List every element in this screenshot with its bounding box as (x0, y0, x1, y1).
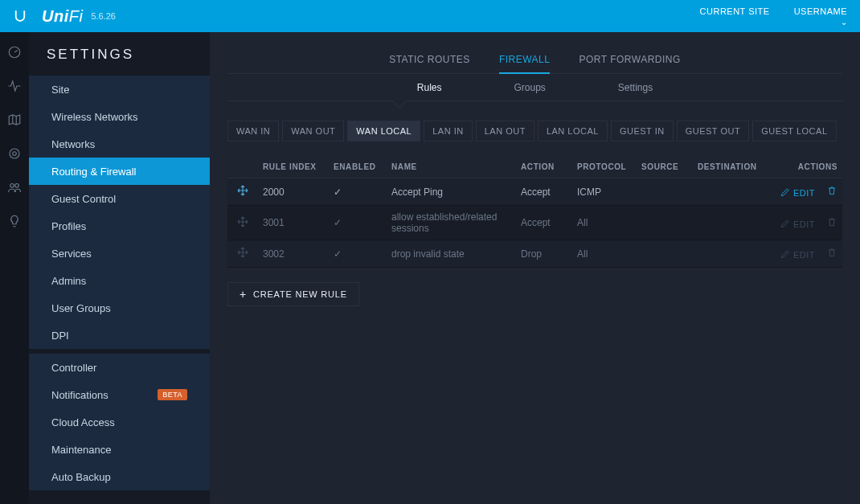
tab-firewall[interactable]: FIREWALL (499, 47, 551, 74)
sidebar-item-label: DPI (51, 330, 69, 342)
username-menu[interactable]: USERNAME ⌄ (794, 6, 847, 27)
page-title: SETTINGS (29, 47, 210, 76)
clients-icon[interactable] (7, 180, 22, 195)
chip-lan-in[interactable]: LAN IN (424, 121, 472, 141)
cell-name: Accept Ping (387, 178, 516, 206)
insights-icon[interactable] (7, 214, 22, 228)
svg-point-4 (15, 184, 19, 188)
drag-handle-icon[interactable] (227, 178, 258, 206)
edit-button: EDIT (780, 219, 815, 229)
sidebar-item-cloud-access[interactable]: Cloud Access (29, 408, 210, 436)
table-row: 3002✓drop invalid stateDropAllEDIT (227, 240, 842, 268)
chip-guest-local[interactable]: GUEST LOCAL (752, 121, 836, 141)
sidebar-item-label: Site (51, 84, 69, 96)
sidebar-item-label: Routing & Firewall (51, 166, 137, 178)
col-action[interactable]: ACTION (516, 156, 572, 178)
delete-button[interactable] (826, 187, 837, 199)
sidebar-item-services[interactable]: Services (29, 240, 210, 267)
cell-action: Drop (516, 240, 572, 268)
section-tabs: STATIC ROUTESFIREWALLPORT FORWARDING (227, 47, 842, 74)
chip-wan-out[interactable]: WAN OUT (282, 121, 344, 141)
tab-static-routes[interactable]: STATIC ROUTES (389, 47, 470, 74)
col-actions: ACTIONS (770, 156, 842, 178)
sidebar-item-controller[interactable]: Controller (29, 354, 210, 381)
sidebar-item-label: Maintenance (51, 444, 111, 456)
edit-button[interactable]: EDIT (780, 188, 815, 198)
brand-name: UniFi (42, 7, 83, 26)
col-rule-index[interactable]: RULE INDEX (258, 156, 329, 178)
devices-icon[interactable] (7, 146, 22, 161)
sidebar-item-site[interactable]: Site (29, 76, 210, 103)
delete-button (826, 219, 837, 230)
col-enabled[interactable]: ENABLED (329, 156, 387, 178)
cell-name: drop invalid state (387, 240, 516, 268)
sidebar-item-label: Networks (51, 138, 95, 150)
cell-source (637, 240, 693, 268)
tab-port-forwarding[interactable]: PORT FORWARDING (579, 47, 680, 74)
sidebar-item-label: Admins (51, 275, 86, 287)
topbar: UniFi 5.6.26 CURRENT SITE USERNAME ⌄ (0, 0, 860, 32)
svg-point-1 (13, 152, 17, 156)
username-label: USERNAME (794, 6, 847, 16)
sidebar-item-wireless-networks[interactable]: Wireless Networks (29, 103, 210, 130)
current-site-menu[interactable]: CURRENT SITE (700, 6, 770, 27)
drag-handle-icon (227, 240, 258, 268)
version-label: 5.6.26 (91, 11, 116, 21)
subtab-rules[interactable]: Rules (417, 82, 442, 93)
chip-wan-in[interactable]: WAN IN (227, 121, 279, 141)
chevron-down-icon: ⌄ (794, 18, 847, 27)
sidebar-item-routing-firewall[interactable]: Routing & Firewall (29, 158, 210, 185)
sidebar-item-user-groups[interactable]: User Groups (29, 294, 210, 322)
sidebar-item-maintenance[interactable]: Maintenance (29, 436, 210, 463)
sidebar-item-auto-backup[interactable]: Auto Backup (29, 463, 210, 490)
cell-action: Accept (516, 178, 572, 206)
create-new-rule-label: CREATE NEW RULE (253, 289, 347, 299)
rule-direction-chips: WAN INWAN OUTWAN LOCALLAN INLAN OUTLAN L… (227, 121, 842, 141)
cell-name: allow established/related sessions (387, 206, 516, 240)
pencil-icon (780, 218, 790, 228)
subtab-settings[interactable]: Settings (618, 82, 653, 93)
sidebar-item-networks[interactable]: Networks (29, 130, 210, 158)
map-icon[interactable] (7, 113, 22, 127)
sidebar-item-label: User Groups (51, 302, 111, 314)
chip-lan-local[interactable]: LAN LOCAL (538, 121, 608, 141)
subtab-groups[interactable]: Groups (514, 82, 545, 93)
cell-enabled: ✓ (329, 178, 387, 206)
cell-source (637, 178, 693, 206)
col-source[interactable]: SOURCE (637, 156, 693, 178)
activity-icon[interactable] (7, 79, 22, 93)
chip-guest-in[interactable]: GUEST IN (611, 121, 674, 141)
delete-button (826, 249, 837, 260)
sidebar-item-profiles[interactable]: Profiles (29, 212, 210, 240)
dashboard-icon[interactable] (7, 45, 22, 59)
cell-destination (693, 240, 770, 268)
cell-protocol: ICMP (572, 178, 637, 206)
brand: UniFi 5.6.26 (42, 0, 116, 32)
chip-guest-out[interactable]: GUEST OUT (677, 121, 749, 141)
cell-protocol: All (572, 240, 637, 268)
chip-wan-local[interactable]: WAN LOCAL (347, 121, 420, 141)
col-destination[interactable]: DESTINATION (693, 156, 770, 178)
col-name[interactable]: NAME (387, 156, 516, 178)
sidebar-item-admins[interactable]: Admins (29, 267, 210, 294)
chip-lan-out[interactable]: LAN OUT (476, 121, 534, 141)
cell-action: Accept (516, 206, 572, 240)
cell-destination (693, 178, 770, 206)
create-new-rule-button[interactable]: + CREATE NEW RULE (227, 282, 359, 306)
rules-table: RULE INDEX ENABLED NAME ACTION PROTOCOL … (227, 156, 842, 268)
pencil-icon (780, 248, 790, 259)
current-site-label: CURRENT SITE (700, 6, 770, 16)
sidebar-item-notifications[interactable]: NotificationsBETA (29, 381, 210, 408)
table-row: 2000✓Accept PingAcceptICMPEDIT (227, 178, 842, 206)
sidebar-item-guest-control[interactable]: Guest Control (29, 185, 210, 212)
table-row: 3001✓allow established/related sessionsA… (227, 206, 842, 240)
beta-badge: BETA (158, 389, 187, 400)
drag-handle-icon (227, 206, 258, 240)
cell-protocol: All (572, 206, 637, 240)
edit-button: EDIT (780, 250, 815, 260)
col-protocol[interactable]: PROTOCOL (572, 156, 637, 178)
nav-rail (0, 32, 29, 504)
sidebar-item-dpi[interactable]: DPI (29, 322, 210, 349)
tab-pointer (391, 92, 407, 109)
svg-point-2 (10, 149, 19, 158)
